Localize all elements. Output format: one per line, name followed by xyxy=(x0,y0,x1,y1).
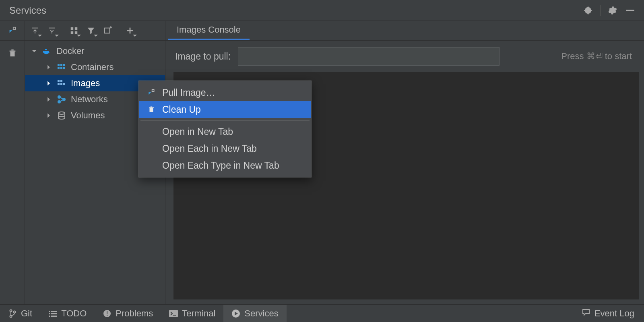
warning-icon xyxy=(103,310,111,318)
tab-bar: Images Console xyxy=(165,21,644,40)
menu-label: Open Each Type in New Tab xyxy=(162,160,279,171)
status-problems[interactable]: Problems xyxy=(95,305,161,322)
status-label: Git xyxy=(21,308,32,319)
trash-icon[interactable] xyxy=(5,45,20,61)
image-to-pull-input[interactable] xyxy=(238,47,500,66)
svg-rect-35 xyxy=(60,83,62,85)
menu-item-open-each-type-new-tab[interactable]: Open Each Type in New Tab xyxy=(139,157,311,174)
svg-rect-10 xyxy=(71,27,73,30)
status-services[interactable]: Services xyxy=(223,305,286,322)
status-label: Terminal xyxy=(182,308,215,319)
menu-item-open-new-tab[interactable]: Open in New Tab xyxy=(139,123,311,140)
svg-rect-22 xyxy=(43,51,45,52)
containers-icon xyxy=(56,64,67,71)
pull-label: Image to pull: xyxy=(175,51,231,62)
svg-rect-33 xyxy=(60,80,62,82)
svg-rect-46 xyxy=(151,107,153,107)
chevron-right-icon xyxy=(45,97,52,102)
menu-label: Open in New Tab xyxy=(162,126,233,137)
menu-item-open-each-new-tab[interactable]: Open Each in New Tab xyxy=(139,140,311,157)
svg-line-40 xyxy=(60,97,63,99)
svg-rect-58 xyxy=(107,315,107,316)
collapse-in-icon xyxy=(146,89,157,97)
target-icon[interactable] xyxy=(582,5,594,16)
gear-icon[interactable] xyxy=(607,5,618,16)
tree-label: Docker xyxy=(56,46,85,56)
svg-rect-20 xyxy=(9,51,15,52)
svg-rect-51 xyxy=(51,311,57,312)
svg-point-47 xyxy=(10,310,12,312)
images-icon xyxy=(56,80,67,87)
context-menu: Pull Image… Clean Up Open in New Tab Ope… xyxy=(138,80,312,178)
expand-all-icon[interactable] xyxy=(27,23,43,38)
tool-window-title: Services xyxy=(9,5,582,16)
main-area: Docker Containers Images xyxy=(0,41,644,304)
svg-rect-12 xyxy=(71,31,73,34)
pull-hint: Press ⌘⏎ to start xyxy=(561,51,632,62)
tab-label: Images Console xyxy=(177,25,241,35)
collapse-in-icon[interactable] xyxy=(5,23,20,38)
svg-point-42 xyxy=(58,112,65,114)
svg-line-41 xyxy=(60,100,63,101)
networks-icon xyxy=(56,95,67,103)
tree-label: Networks xyxy=(71,94,108,105)
svg-rect-31 xyxy=(63,67,65,69)
svg-point-49 xyxy=(14,311,16,313)
svg-rect-28 xyxy=(63,64,65,66)
menu-label: Clean Up xyxy=(162,104,201,115)
group-by-icon[interactable] xyxy=(66,23,82,38)
toolbar-divider xyxy=(63,25,63,37)
status-bar: Git TODO Problems Terminal Services Even… xyxy=(0,304,644,322)
title-bar-divider xyxy=(600,5,601,16)
svg-rect-44 xyxy=(150,108,153,112)
status-todo[interactable]: TODO xyxy=(40,305,95,322)
toolbar-divider xyxy=(119,25,119,37)
branch-icon xyxy=(8,309,17,318)
svg-rect-45 xyxy=(149,107,154,108)
menu-label: Open Each in New Tab xyxy=(162,143,257,154)
svg-rect-55 xyxy=(51,316,57,317)
left-gutter xyxy=(0,41,25,304)
open-new-tab-icon[interactable] xyxy=(100,23,116,38)
svg-rect-50 xyxy=(49,311,50,312)
tree-label: Volumes xyxy=(71,110,105,121)
list-icon xyxy=(48,310,57,317)
status-terminal[interactable]: Terminal xyxy=(161,305,223,322)
docker-icon xyxy=(42,47,52,55)
pull-row: Image to pull: Press ⌘⏎ to start xyxy=(165,41,644,72)
collapse-all-icon[interactable] xyxy=(44,23,60,38)
title-bar: Services xyxy=(0,0,644,21)
status-git[interactable]: Git xyxy=(0,305,40,322)
menu-item-pull-image[interactable]: Pull Image… xyxy=(139,84,311,101)
add-icon[interactable] xyxy=(122,23,138,38)
svg-rect-52 xyxy=(49,313,50,314)
svg-rect-5 xyxy=(13,27,15,30)
tab-images-console[interactable]: Images Console xyxy=(168,21,250,40)
svg-rect-14 xyxy=(105,28,110,33)
toolbar-row: Images Console xyxy=(0,21,644,41)
chevron-right-icon xyxy=(45,64,52,70)
status-label: TODO xyxy=(61,308,87,319)
svg-rect-24 xyxy=(47,51,49,52)
status-event-log[interactable]: Event Log xyxy=(572,305,644,322)
menu-item-clean-up[interactable]: Clean Up xyxy=(139,101,311,118)
chevron-down-icon xyxy=(31,48,38,54)
svg-rect-34 xyxy=(58,83,60,85)
svg-rect-26 xyxy=(58,64,60,66)
tree-node-containers[interactable]: Containers xyxy=(25,59,165,75)
svg-rect-13 xyxy=(75,31,77,34)
status-label: Problems xyxy=(116,308,153,319)
menu-separator xyxy=(140,120,310,121)
trash-icon xyxy=(146,105,157,114)
svg-rect-32 xyxy=(58,80,60,82)
chevron-right-icon xyxy=(45,113,52,118)
svg-rect-19 xyxy=(10,52,14,56)
svg-rect-11 xyxy=(75,27,77,30)
svg-rect-29 xyxy=(58,67,60,69)
minimize-icon[interactable] xyxy=(625,5,636,16)
svg-rect-23 xyxy=(45,51,47,52)
svg-rect-57 xyxy=(107,311,107,314)
filter-icon[interactable] xyxy=(83,23,99,38)
svg-rect-43 xyxy=(152,90,154,92)
tree-node-docker[interactable]: Docker xyxy=(25,43,165,59)
